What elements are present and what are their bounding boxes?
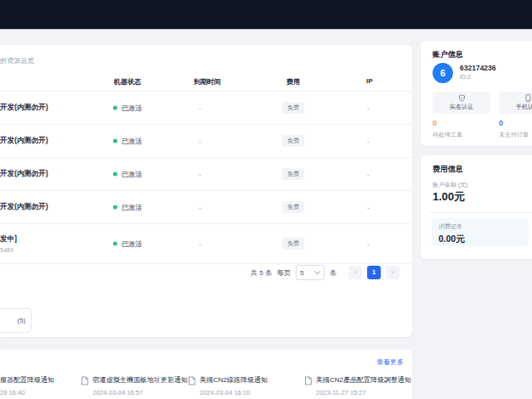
chevron-down-icon (314, 271, 320, 275)
phone-verify-button[interactable]: 手机认证 (499, 92, 532, 114)
divider (429, 212, 532, 213)
cost-cell: 免费 (282, 102, 304, 114)
cost-badge: 免费 (282, 238, 304, 250)
status-cell: 已激活 (113, 203, 142, 212)
table-row[interactable]: 开发(内测勿开) 已激活 - 免费 - (0, 125, 412, 158)
pagination-total: 共 5 条 (251, 268, 272, 278)
pagination-unit-label: 条 (330, 268, 337, 278)
status-cell: 已激活 (113, 239, 142, 249)
page-1-button[interactable]: 1 (367, 266, 381, 279)
table-row[interactable]: 开发(内测勿开) 已激活 - 免费 - (0, 191, 412, 224)
status-label: 已激活 (122, 104, 142, 113)
unpaid-orders-value: 0 (499, 119, 529, 127)
tab-resource-type[interactable]: (5) (0, 308, 31, 333)
cost-badge: 免费 (282, 201, 304, 213)
announcement-title: 服器配置降級通知 (0, 375, 54, 385)
announcement-title: 美國CN2線路降級通知 (200, 375, 268, 385)
pending-tickets-label: 待处理工单 (433, 131, 462, 139)
table-row[interactable]: 开发(内测勿开) 已激活 - 免费 - (0, 158, 412, 191)
col-header-cost: 费用 (286, 77, 300, 87)
top-nav-bar (0, 0, 532, 29)
billing-card-title: 费用信息 (433, 164, 463, 175)
col-header-expire-time: 到期时间 (194, 77, 221, 87)
instance-name: 开发(内测勿开) (0, 202, 48, 212)
announcement-date: 2024-03-04 16:57 (93, 389, 188, 396)
ip-value: - (367, 171, 370, 178)
view-more-link[interactable]: 查看更多 (376, 357, 404, 367)
announcement-item[interactable]: 服器配置降級通知 26 16:40 (0, 375, 54, 396)
ip-value: - (367, 138, 370, 145)
cost-badge: 免费 (282, 168, 304, 180)
table-row[interactable]: 开发(内测勿开) 已激活 - 免费 - (0, 92, 412, 125)
announcement-item[interactable]: 美國CN2線路降級通知 2024-03-04 16:10 (188, 375, 268, 396)
account-id: 632174236 (460, 64, 496, 72)
instance-name: 开发(内测勿开) (0, 103, 48, 113)
resources-card: 的资源总览 机器状态 到期时间 费用 IP 开发(内测勿开) 已激活 - 免费 … (0, 45, 412, 337)
consumption-record-label: 消费记录 (439, 222, 522, 231)
realname-verify-button[interactable]: 实名认证 (433, 92, 490, 114)
status-dot-icon (113, 172, 117, 177)
balance-label: 账户余额 (元) (433, 181, 468, 189)
announcement-item[interactable]: 宿遷虛擬主機面板地址更新通知 2024-03-04 16:57 (81, 375, 188, 396)
pagination-per-page-label: 每页 (277, 268, 291, 278)
cost-cell: 免费 (282, 201, 304, 213)
expire-value: - (199, 104, 201, 112)
document-icon (188, 376, 195, 385)
col-header-ip: IP (366, 77, 373, 85)
prev-page-button[interactable]: < (348, 266, 362, 279)
expire-value: - (199, 138, 201, 145)
expire-value: - (199, 240, 201, 248)
account-info-card: 账户信息 6 632174236 ID:2 实名认证 手机认证 0 待处理工单 … (421, 41, 532, 146)
instance-id: 5489 (0, 247, 17, 253)
expire-value: - (199, 204, 201, 211)
page-size-value: 5 (300, 269, 303, 277)
status-label: 已激活 (122, 170, 142, 179)
realname-verify-label: 实名认证 (450, 103, 473, 111)
pagination: 共 5 条 每页 5 条 < 1 > (251, 264, 399, 281)
announcement-date: 2023-11-27 15:27 (316, 389, 411, 396)
document-icon (304, 376, 312, 385)
announcements-card: 查看更多 服器配置降級通知 26 16:40 宿遷虛擬主機面板地址更新通知 20… (0, 350, 412, 399)
status-cell: 已激活 (113, 104, 142, 113)
billing-info-card: 费用信息 账户余额 (元) 1.00元 消费记录 0.00元 (421, 155, 532, 259)
breadcrumb: 的资源总览 (0, 56, 34, 65)
instance-name-block: 发中] 5489 (0, 234, 17, 253)
next-page-button[interactable]: > (386, 266, 399, 279)
expire-value: - (199, 171, 201, 178)
balance-value: 1.00元 (433, 189, 465, 205)
col-header-machine-status: 机器状态 (114, 77, 141, 87)
announcement-title: 美國CN2產品配置降級調整通知 (316, 375, 411, 385)
announcement-date: 26 16:40 (0, 389, 54, 396)
unpaid-orders-label: 未支付订单 (499, 131, 529, 139)
cost-cell: 免费 (282, 135, 304, 147)
announcement-item[interactable]: 美國CN2產品配置降級調整通知 2023-11-27 15:27 (304, 375, 411, 396)
cost-cell: 免费 (282, 168, 304, 180)
ip-value: - (367, 240, 370, 248)
instance-name: 开发(内测勿开) (0, 136, 48, 146)
instance-name: 发中] (0, 234, 17, 244)
instance-name: 开发(内测勿开) (0, 169, 48, 179)
consumption-record-value: 0.00元 (439, 233, 522, 245)
page-size-select[interactable]: 5 (296, 265, 325, 280)
status-label: 已激活 (122, 137, 142, 146)
console-page: 的资源总览 机器状态 到期时间 费用 IP 开发(内测勿开) 已激活 - 免费 … (0, 0, 532, 399)
consumption-record-box: 消费记录 0.00元 (432, 218, 529, 246)
status-dot-icon (113, 106, 117, 110)
ip-value: - (367, 104, 370, 112)
pending-tickets-stat: 0 待处理工单 (433, 119, 462, 139)
shield-check-icon (458, 94, 466, 102)
avatar: 6 (433, 63, 453, 83)
status-dot-icon (113, 242, 117, 246)
status-label: 已激活 (122, 203, 142, 212)
cost-badge: 免费 (282, 102, 304, 114)
account-card-title: 账户信息 (433, 49, 463, 60)
table-row[interactable]: 发中] 5489 已激活 - 免费 - (0, 224, 412, 264)
unpaid-orders-stat: 0 未支付订单 (499, 119, 529, 139)
phone-icon (525, 94, 531, 102)
status-dot-icon (113, 205, 117, 210)
cost-badge: 免费 (282, 135, 304, 147)
phone-verify-label: 手机认证 (516, 103, 532, 111)
ip-value: - (367, 204, 370, 211)
announcement-date: 2024-03-04 16:10 (200, 389, 268, 396)
table-header: 机器状态 到期时间 费用 IP (0, 73, 412, 92)
